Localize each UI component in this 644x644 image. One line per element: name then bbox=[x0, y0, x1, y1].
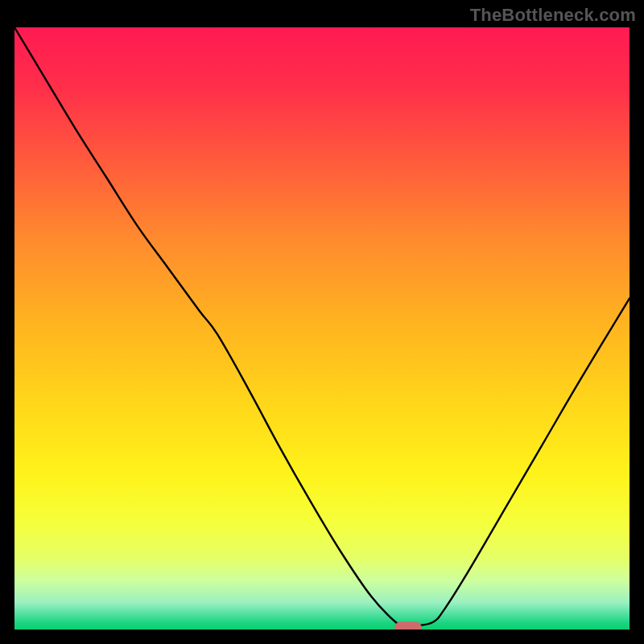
watermark-text: TheBottleneck.com bbox=[470, 5, 636, 26]
chart-svg bbox=[14, 27, 630, 630]
gradient-background bbox=[14, 27, 630, 630]
chart-frame: TheBottleneck.com bbox=[0, 0, 644, 644]
optimal-marker bbox=[394, 621, 422, 630]
chart-plot-area bbox=[14, 27, 630, 630]
